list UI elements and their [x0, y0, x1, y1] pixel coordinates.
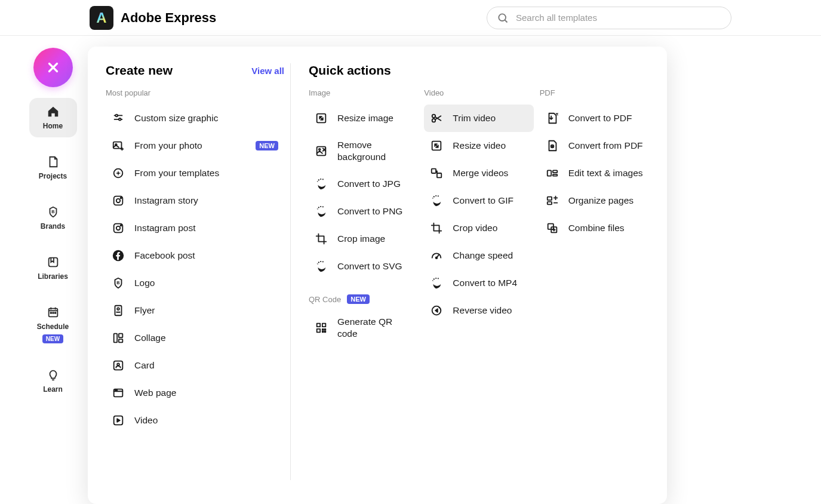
quick-action-item[interactable]: Combine files	[540, 214, 649, 242]
quick-action-label: Convert to JPG	[337, 178, 412, 190]
convert-icon	[315, 260, 328, 273]
svg-rect-55	[325, 331, 326, 333]
svg-point-25	[121, 198, 122, 199]
quick-action-item[interactable]: Convert to GIF	[424, 187, 533, 214]
quick-subhead: Video	[424, 88, 533, 97]
create-new-column: Create new View all Most popular Custom …	[106, 63, 291, 480]
quick-action-item[interactable]: Crop image	[309, 225, 418, 253]
quick-action-item[interactable]: Organize pages	[540, 187, 649, 214]
sidebar-item-projects[interactable]: Projects	[29, 148, 77, 188]
learn-icon	[47, 368, 60, 382]
collage-icon	[112, 331, 125, 345]
quick-action-item[interactable]: Generate QR code	[309, 309, 418, 347]
sidebar-item-schedule[interactable]: Schedule NEW	[29, 299, 77, 351]
quick-action-item[interactable]: Remove background	[309, 132, 418, 170]
card-icon	[112, 359, 125, 372]
view-all-link[interactable]: View all	[251, 66, 284, 76]
quick-action-item[interactable]: Convert to MP4	[424, 269, 533, 297]
brand-name: Adobe Express	[121, 10, 216, 26]
create-item[interactable]: From your photo NEW	[106, 132, 284, 159]
create-item[interactable]: Instagram post	[106, 214, 284, 242]
quick-action-item[interactable]: Trim video	[424, 105, 533, 132]
create-title: Create new	[106, 63, 173, 78]
edit-icon	[546, 167, 559, 180]
svg-rect-49	[317, 324, 321, 327]
svg-rect-69	[553, 174, 557, 176]
quick-action-label: Convert to SVG	[337, 260, 412, 272]
quick-action-label: Combine files	[568, 222, 643, 234]
main: Home Projects B Brands Libraries Schedul…	[0, 36, 821, 504]
svg-text:B: B	[51, 209, 54, 214]
create-item[interactable]: Video	[106, 407, 284, 434]
close-create-button[interactable]	[33, 48, 73, 87]
create-item-label: Video	[134, 414, 278, 426]
instagram-icon	[112, 194, 125, 207]
quick-action-item[interactable]: Resize image	[309, 105, 418, 132]
qr-icon	[315, 321, 328, 334]
create-item[interactable]: Flyer	[106, 297, 284, 324]
brand-logo-icon: A	[90, 6, 113, 30]
create-item[interactable]: Collage	[106, 324, 284, 352]
quick-action-item[interactable]: Merge videos	[424, 159, 533, 187]
quick-action-label: Change speed	[453, 250, 527, 262]
svg-point-10	[50, 312, 51, 314]
quick-actions-column: Quick actions Image Resize image Remove …	[309, 63, 649, 480]
search-icon	[497, 12, 509, 24]
quick-action-item[interactable]: Resize video	[424, 132, 533, 159]
quick-action-item[interactable]: Convert to JPG	[309, 170, 418, 198]
create-item[interactable]: Instagram story	[106, 187, 284, 214]
sidebar-item-learn[interactable]: Learn	[29, 361, 77, 401]
resize-icon	[430, 139, 443, 152]
new-badge: NEW	[256, 141, 278, 150]
quick-action-label: Convert to GIF	[453, 195, 527, 207]
convert-icon	[430, 276, 443, 290]
to-pdf-icon	[546, 112, 559, 125]
quick-action-item[interactable]: Convert to SVG	[309, 253, 418, 280]
header: A Adobe Express	[0, 0, 821, 36]
quick-action-label: Resize image	[337, 112, 412, 124]
quick-action-item[interactable]: Convert from PDF	[540, 132, 649, 159]
create-item[interactable]: Card	[106, 352, 284, 379]
quick-action-label: Crop video	[453, 222, 527, 234]
svg-rect-67	[547, 170, 551, 176]
quick-action-label: Remove background	[337, 139, 412, 163]
quick-action-item[interactable]: Convert to PDF	[540, 105, 649, 132]
quick-action-item[interactable]: Crop video	[424, 214, 533, 242]
create-item[interactable]: Custom size graphic	[106, 105, 284, 132]
instagram-icon	[112, 222, 125, 235]
quick-action-item[interactable]: Convert to PNG	[309, 198, 418, 225]
create-item-label: Instagram story	[134, 195, 278, 207]
svg-rect-50	[322, 324, 326, 327]
svg-rect-70	[547, 197, 551, 201]
svg-point-42	[116, 390, 117, 391]
resize-icon	[315, 112, 328, 125]
sidebar-item-home[interactable]: Home	[29, 98, 77, 137]
sidebar-item-label: Schedule	[37, 322, 69, 331]
brand[interactable]: A Adobe Express	[90, 6, 216, 30]
search-box[interactable]	[487, 7, 731, 29]
create-item[interactable]: From your templates	[106, 159, 284, 187]
svg-point-28	[121, 225, 122, 226]
quick-action-label: Resize video	[453, 140, 527, 152]
search-input[interactable]	[516, 13, 721, 23]
sidebar-item-label: Brands	[41, 222, 65, 231]
new-badge: NEW	[347, 294, 370, 304]
flyer-icon	[112, 304, 125, 317]
sidebar-item-libraries[interactable]: Libraries	[29, 248, 77, 288]
create-item-label: From your templates	[134, 167, 278, 179]
organize-icon	[546, 194, 559, 207]
quick-action-label: Organize pages	[568, 195, 643, 207]
from-pdf-icon	[546, 139, 559, 152]
create-item[interactable]: B Logo	[106, 269, 284, 297]
svg-rect-36	[119, 339, 122, 343]
quick-action-item[interactable]: Change speed	[424, 242, 533, 269]
quick-subhead: Image	[309, 88, 418, 97]
quick-action-item[interactable]: Edit text & images	[540, 159, 649, 187]
svg-point-11	[53, 312, 54, 314]
create-item[interactable]: Web page	[106, 379, 284, 407]
home-icon	[47, 105, 60, 118]
quick-action-item[interactable]: Reverse video	[424, 297, 533, 324]
create-item-label: Flyer	[134, 305, 278, 316]
sidebar-item-brands[interactable]: B Brands	[29, 198, 77, 238]
create-item[interactable]: Facebook post	[106, 242, 284, 269]
